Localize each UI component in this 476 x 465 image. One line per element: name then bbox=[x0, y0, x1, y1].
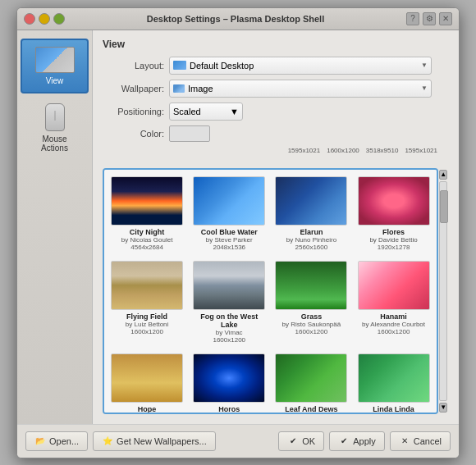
ok-button[interactable]: ✔ OK bbox=[278, 431, 324, 451]
wallpaper-author: by Risto Saukonpää bbox=[282, 321, 341, 328]
wallpaper-item[interactable]: Leaf And Dewsby Jyothish Kumar P.G3648x2… bbox=[273, 352, 349, 414]
window-controls bbox=[24, 13, 65, 25]
sidebar: View Mouse Actions bbox=[17, 30, 93, 424]
layout-row: Layout: Default Desktop ▼ bbox=[103, 57, 449, 75]
apply-label: Apply bbox=[353, 436, 376, 446]
wallpaper-size: 4564x2684 bbox=[130, 244, 163, 251]
sidebar-label-view: View bbox=[46, 76, 64, 85]
titlebar: Desktop Settings – Plasma Desktop Shell … bbox=[17, 8, 459, 30]
partial-item-3: 3518x9510 bbox=[366, 147, 399, 166]
positioning-select[interactable]: Scaled ▼ bbox=[169, 103, 243, 121]
positioning-arrow: ▼ bbox=[230, 107, 239, 116]
sidebar-item-mouse-actions[interactable]: Mouse Actions bbox=[21, 95, 89, 161]
ok-label: OK bbox=[302, 436, 315, 446]
wallpaper-item[interactable]: Flying Fieldby Luiz Bettoni1600x1200 bbox=[109, 259, 185, 345]
color-swatch[interactable] bbox=[169, 125, 210, 142]
wallpaper-thumbnail bbox=[275, 353, 347, 403]
layout-select[interactable]: Default Desktop ▼ bbox=[169, 57, 432, 75]
wallpaper-item[interactable]: Hanamiby Alexandre Courbot1600x1200 bbox=[355, 259, 431, 345]
partial-size-4: 1595x1021 bbox=[405, 147, 437, 154]
partial-size-1: 1595x1021 bbox=[288, 147, 321, 154]
wallpaper-size: 2048x1536 bbox=[213, 244, 245, 251]
wallpaper-name: Grass bbox=[301, 312, 323, 321]
wallpaper-thumbnail bbox=[193, 353, 265, 403]
close-button[interactable] bbox=[24, 13, 35, 25]
apply-button[interactable]: ✔ Apply bbox=[329, 431, 385, 451]
help-icon[interactable]: ? bbox=[406, 12, 419, 25]
layout-icon bbox=[173, 61, 186, 70]
wallpaper-author: by Alexandre Courbot bbox=[362, 321, 425, 328]
open-button[interactable]: 📂 Open... bbox=[25, 431, 88, 451]
titlebar-right: ? ⚙ ✕ bbox=[406, 12, 452, 25]
close-icon[interactable]: ✕ bbox=[439, 12, 452, 25]
cancel-button[interactable]: ✕ Cancel bbox=[390, 431, 451, 451]
wallpaper-author: by Jyothish Kumar P.G bbox=[278, 413, 345, 414]
get-wallpapers-label: Get New Wallpapers... bbox=[117, 436, 207, 446]
wallpaper-thumbnail bbox=[193, 176, 265, 226]
partial-item-1: 1595x1021 bbox=[288, 147, 321, 166]
apply-icon: ✔ bbox=[338, 435, 350, 447]
star-icon: ⭐ bbox=[102, 435, 113, 447]
main-layout: View Mouse Actions View Layout: Default … bbox=[17, 30, 459, 424]
scroll-track[interactable] bbox=[439, 181, 447, 401]
wallpaper-item[interactable]: Cool Blue Waterby Steve Parker2048x1536 bbox=[191, 175, 267, 253]
wallpaper-name: Flores bbox=[382, 228, 405, 236]
wallpaper-arrow: ▼ bbox=[421, 84, 428, 92]
scroll-up-button[interactable]: ▲ bbox=[439, 170, 447, 180]
wallpaper-select[interactable]: Image ▼ bbox=[169, 80, 432, 98]
maximize-button[interactable] bbox=[53, 13, 65, 25]
wallpaper-size: 1600x1200 bbox=[378, 328, 410, 335]
sidebar-label-mouse: Mouse Actions bbox=[30, 134, 79, 153]
wallpaper-size: 2560x1600 bbox=[295, 244, 328, 251]
wallpaper-author: by Nuno Pinheiro bbox=[204, 413, 254, 414]
wallpaper-author: by Nuno Pinheiro bbox=[286, 236, 336, 244]
scrollbar[interactable]: ▲ ▼ bbox=[438, 168, 449, 414]
scroll-down-button[interactable]: ▼ bbox=[439, 403, 447, 413]
positioning-value: Scaled bbox=[173, 107, 201, 116]
wallpaper-thumbnail bbox=[111, 353, 183, 403]
wallpaper-item[interactable]: Elarunby Nuno Pinheiro2560x1600 bbox=[273, 175, 349, 253]
minimize-button[interactable] bbox=[39, 13, 50, 25]
partial-item-4: 1595x1021 bbox=[405, 147, 437, 166]
open-icon: 📂 bbox=[34, 435, 46, 447]
wallpaper-thumbnail bbox=[275, 176, 347, 226]
wallpaper-item[interactable]: Linda Lindaby Prachanart Viriyaraks1495x… bbox=[355, 352, 431, 414]
settings-icon[interactable]: ⚙ bbox=[423, 12, 436, 25]
partial-size-3: 3518x9510 bbox=[366, 147, 399, 154]
wallpaper-item[interactable]: City Nightby Nicolas Goulet4564x2684 bbox=[109, 175, 185, 253]
color-label: Color: bbox=[103, 129, 164, 139]
wallpaper-item[interactable]: Grassby Risto Saukonpää1600x1200 bbox=[273, 259, 349, 345]
get-wallpapers-button[interactable]: ⭐ Get New Wallpapers... bbox=[93, 431, 216, 451]
layout-value: Default Desktop bbox=[190, 61, 254, 71]
wallpaper-size: 1600x1200 bbox=[295, 328, 328, 335]
wallpaper-author: by Nicolas Goulet bbox=[121, 236, 173, 244]
color-row: Color: bbox=[103, 125, 449, 142]
wallpaper-size: 1600x1200 bbox=[213, 336, 245, 344]
positioning-label: Positioning: bbox=[103, 107, 164, 116]
wallpaper-item[interactable]: Horosby Nuno Pinheiro1600x1200 bbox=[191, 352, 267, 414]
wallpaper-item[interactable]: Hopeby remeras882048x1151 bbox=[109, 352, 185, 414]
main-window: Desktop Settings – Plasma Desktop Shell … bbox=[16, 7, 460, 458]
wallpaper-author: by Davide Bettio bbox=[369, 236, 417, 244]
partial-item-2: 1600x1200 bbox=[327, 147, 359, 166]
section-title: View bbox=[103, 39, 449, 50]
wallpaper-name: Linda Linda bbox=[373, 405, 414, 413]
wallpaper-name: Elarun bbox=[300, 228, 323, 236]
sidebar-item-view[interactable]: View bbox=[21, 39, 89, 93]
wallpaper-author: by Vimac bbox=[216, 329, 243, 336]
footer-left: 📂 Open... ⭐ Get New Wallpapers... bbox=[25, 431, 216, 451]
wallpaper-size: 1920x1278 bbox=[378, 244, 410, 251]
mouse-icon bbox=[45, 103, 65, 131]
wallpaper-grid-container[interactable]: City Nightby Nicolas Goulet4564x2684Cool… bbox=[103, 168, 438, 414]
wallpaper-author: by remeras88 bbox=[127, 413, 167, 414]
wallpaper-value: Image bbox=[188, 84, 213, 93]
wallpaper-thumbnail bbox=[358, 261, 430, 310]
content-panel: View Layout: Default Desktop ▼ Wallpaper… bbox=[93, 30, 459, 424]
wallpaper-item[interactable]: Floresby Davide Bettio1920x1278 bbox=[355, 175, 431, 253]
wallpaper-label: Wallpaper: bbox=[103, 84, 164, 93]
scroll-thumb[interactable] bbox=[440, 190, 448, 223]
view-icon bbox=[35, 47, 75, 73]
wallpaper-item[interactable]: Fog on the West Lakeby Vimac1600x1200 bbox=[191, 259, 267, 345]
cancel-icon: ✕ bbox=[399, 435, 410, 447]
cancel-label: Cancel bbox=[414, 436, 442, 446]
